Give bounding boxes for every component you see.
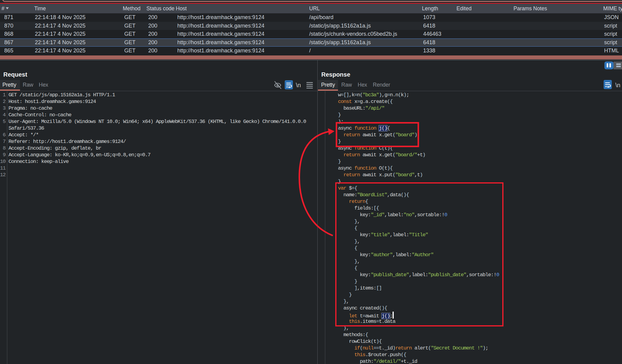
svg-text:\n: \n	[615, 82, 620, 88]
svg-text:\n: \n	[296, 82, 301, 88]
